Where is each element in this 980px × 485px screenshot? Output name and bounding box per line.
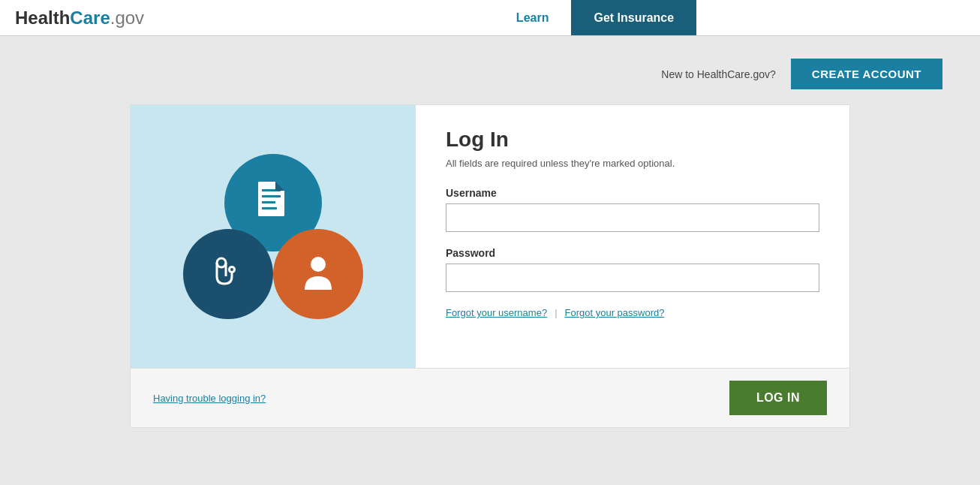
username-input[interactable] bbox=[446, 203, 819, 232]
svg-point-12 bbox=[230, 268, 233, 271]
password-group: Password bbox=[446, 247, 819, 292]
circle-person bbox=[273, 229, 363, 319]
logo[interactable]: HealthCare.gov bbox=[0, 0, 210, 35]
nav-item-learn[interactable]: Learn bbox=[494, 0, 572, 35]
login-card-inner: Log In All fields are required unless th… bbox=[131, 105, 849, 368]
trouble-logging-in-link[interactable]: Having trouble logging in? bbox=[153, 393, 266, 404]
stethoscope-icon bbox=[209, 255, 247, 293]
password-label: Password bbox=[446, 247, 819, 259]
password-input[interactable] bbox=[446, 264, 819, 292]
circles-illustration bbox=[176, 154, 371, 319]
form-subtitle: All fields are required unless they're m… bbox=[446, 158, 819, 169]
svg-rect-4 bbox=[262, 201, 275, 203]
main-nav: Learn Get Insurance bbox=[210, 0, 980, 35]
forgot-links: Forgot your username? | Forgot your pass… bbox=[446, 307, 819, 318]
person-icon bbox=[302, 254, 335, 295]
forgot-separator: | bbox=[555, 307, 557, 318]
svg-point-13 bbox=[311, 257, 326, 272]
username-group: Username bbox=[446, 187, 819, 232]
logo-health-part: Health bbox=[15, 8, 70, 28]
login-form-area: Log In All fields are required unless th… bbox=[416, 105, 849, 368]
document-icon bbox=[254, 180, 292, 225]
site-header: HealthCare.gov Learn Get Insurance bbox=[0, 0, 980, 36]
svg-rect-3 bbox=[262, 195, 281, 197]
logo-care-part: Care bbox=[70, 8, 110, 28]
login-button[interactable]: LOG IN bbox=[729, 381, 827, 415]
svg-point-8 bbox=[217, 258, 226, 267]
nav-item-get-insurance[interactable]: Get Insurance bbox=[571, 0, 696, 35]
card-footer: Having trouble logging in? LOG IN bbox=[131, 368, 849, 427]
form-title: Log In bbox=[446, 128, 819, 152]
logo-gov-part: .gov bbox=[110, 8, 144, 28]
circle-stethoscope bbox=[183, 229, 273, 319]
logo-text: HealthCare.gov bbox=[15, 8, 144, 29]
create-account-button[interactable]: CREATE ACCOUNT bbox=[791, 59, 942, 89]
forgot-username-link[interactable]: Forgot your username? bbox=[446, 307, 547, 318]
username-label: Username bbox=[446, 187, 819, 199]
create-account-bar: New to HealthCare.gov? CREATE ACCOUNT bbox=[30, 59, 950, 89]
new-to-text: New to HealthCare.gov? bbox=[661, 68, 776, 80]
illustration-area bbox=[131, 105, 416, 368]
main-content: New to HealthCare.gov? CREATE ACCOUNT bbox=[0, 36, 980, 450]
login-card: Log In All fields are required unless th… bbox=[130, 104, 850, 428]
forgot-password-link[interactable]: Forgot your password? bbox=[565, 307, 665, 318]
svg-rect-5 bbox=[262, 207, 277, 209]
